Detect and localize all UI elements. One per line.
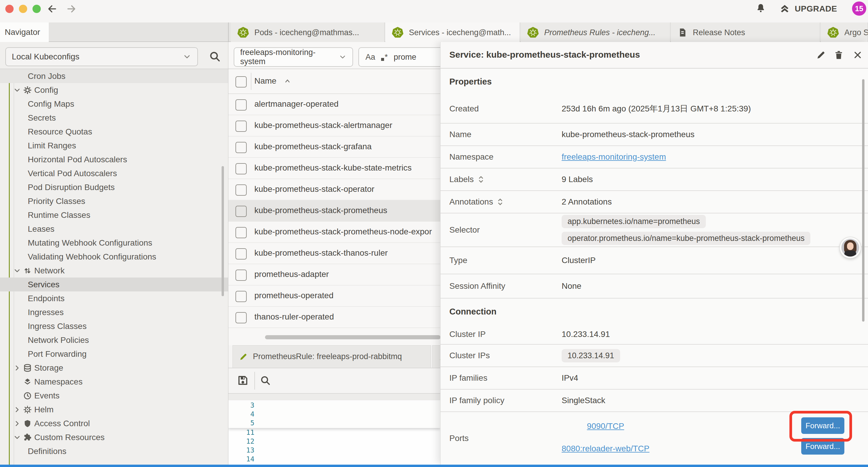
editor-tab-prometheusrule[interactable]: PrometheusRule: freeleaps-prod-rabbitmq [232,345,431,368]
row-checkbox[interactable] [236,291,247,302]
select-all-checkbox[interactable] [236,76,247,87]
upgrade-button[interactable]: UPGRADE [779,0,837,18]
service-row-alertmanager-operated[interactable]: alertmanager-operated [228,94,440,115]
sidebar-item-ingress-classes[interactable]: Ingress Classes [0,319,228,333]
service-row-kube-prometheus-stack-prometheus-node-expor[interactable]: kube-prometheus-stack-prometheus-node-ex… [228,222,440,243]
table-horizontal-scrollbar[interactable] [265,335,440,339]
sidebar-item-cron-jobs[interactable]: Cron Jobs [0,69,228,83]
sidebar-item-validating-webhook-configurations[interactable]: Validating Webhook Configurations [0,250,228,264]
sidebar-item-leases[interactable]: Leases [0,222,228,236]
detail-scrollbar[interactable] [862,79,864,322]
close-icon[interactable] [852,50,863,60]
sidebar-item-priority-classes[interactable]: Priority Classes [0,194,228,208]
match-case-toggle[interactable]: Aa [366,53,375,62]
forward-button-2[interactable]: Forward... [801,438,844,455]
regex-toggle[interactable]: * [381,53,388,62]
sidebar-item-secrets[interactable]: Secrets [0,111,228,125]
forward-button-1[interactable]: Forward... [801,417,844,434]
user-avatar[interactable] [840,237,861,258]
minimize-window-button[interactable] [19,5,27,13]
row-checkbox[interactable] [236,312,247,323]
sidebar-item-services[interactable]: Services [0,278,228,291]
port-link-9090-tcp[interactable]: 9090/TCP [587,421,624,431]
row-checkbox[interactable] [236,163,247,174]
row-checkbox[interactable] [236,99,247,111]
sidebar-scrollbar[interactable] [222,166,224,296]
service-row-prometheus-adapter[interactable]: prometheus-adapter [228,264,440,286]
sidebar-item-port-forwarding[interactable]: Port Forwarding [0,347,228,361]
save-icon[interactable] [237,374,249,387]
namespace-link[interactable]: freeleaps-monitoring-system [562,152,666,162]
sidebar-item-resource-quotas[interactable]: Resource Quotas [0,125,228,139]
notification-count-badge[interactable]: 15 [852,1,866,16]
chevron-right-icon[interactable] [13,364,21,372]
row-checkbox[interactable] [236,206,247,217]
port-link-8080-reloader-web-tcp[interactable]: 8080:reloader-web/TCP [562,444,649,454]
tab-argo-se[interactable]: Argo Se [821,23,868,42]
sort-updown-icon[interactable] [497,198,504,206]
service-row-prometheus-operated[interactable]: prometheus-operated [228,286,440,307]
editor-tab-next[interactable] [432,345,440,368]
maximize-window-button[interactable] [32,5,41,13]
sidebar-item-runtime-classes[interactable]: Runtime Classes [0,208,228,222]
service-row-kube-prometheus-stack-grafana[interactable]: kube-prometheus-stack-grafana [228,137,440,158]
sidebar-item-horizontal-pod-autoscalers[interactable]: Horizontal Pod Autoscalers [0,152,228,167]
tab-release-notes[interactable]: Release Notes [671,23,820,42]
delete-trash-icon[interactable] [833,50,844,60]
notifications-bell-icon[interactable] [755,3,766,14]
yaml-editor[interactable]: 110","for":"1m","labels":{"service":"12M… [228,400,440,465]
sidebar-item-pod-disruption-budgets[interactable]: Pod Disruption Budgets [0,180,228,194]
tab-navigator[interactable]: Navigator [0,23,49,42]
sidebar-item-access-control[interactable]: Access Control [0,416,228,430]
sidebar-item-events[interactable]: Events [0,389,228,403]
annotations-value[interactable]: 2 Annotations [562,191,612,213]
sidebar-item-mutating-webhook-configurations[interactable]: Mutating Webhook Configurations [0,236,228,250]
service-row-kube-prometheus-stack-alertmanager[interactable]: kube-prometheus-stack-alertmanager [228,115,440,137]
sidebar-item-custom-resources[interactable]: Custom Resources [0,430,228,444]
sidebar-item-ingresses[interactable]: Ingresses [0,305,228,319]
row-checkbox[interactable] [236,227,247,238]
sidebar-item-namespaces[interactable]: Namespaces [0,375,228,389]
sidebar-item-helm[interactable]: Helm [0,403,228,416]
sidebar-item-config-maps[interactable]: Config Maps [0,97,228,111]
chevron-down-icon[interactable] [13,267,21,275]
name-column-header[interactable]: Name [254,76,277,86]
close-window-button[interactable] [5,5,13,13]
chevron-right-icon[interactable] [13,406,21,414]
services-search-input[interactable]: Aa * prome [359,47,440,67]
tab-prometheus-rules-icecheng[interactable]: Prometheus Rules - icecheng... [521,23,670,42]
chevron-down-icon[interactable] [13,433,21,442]
sort-ascending-caret-icon[interactable] [283,77,291,85]
kubeconfig-select[interactable]: Local Kubeconfigs [5,47,198,66]
sidebar-item-vertical-pod-autoscalers[interactable]: Vertical Pod Autoscalers [0,167,228,180]
tab-services-icecheng-math[interactable]: Services - icecheng@math... [385,23,520,42]
row-checkbox[interactable] [236,142,247,153]
sidebar-item-network[interactable]: Network [0,264,228,278]
forward-arrow-icon[interactable] [66,3,77,14]
namespace-filter-select[interactable]: freeleaps-monitoring-system [234,47,353,67]
sidebar-item-endpoints[interactable]: Endpoints [0,291,228,305]
sidebar-item-network-policies[interactable]: Network Policies [0,333,228,347]
row-checkbox[interactable] [236,269,247,281]
row-checkbox[interactable] [236,121,247,132]
service-row-thanos-ruler-operated[interactable]: thanos-ruler-operated [228,307,440,328]
sidebar-item-limit-ranges[interactable]: Limit Ranges [0,139,228,152]
back-arrow-icon[interactable] [47,3,58,14]
chevron-down-icon[interactable] [13,86,21,94]
sidebar-search-icon[interactable] [209,50,221,63]
service-row-kube-prometheus-stack-operator[interactable]: kube-prometheus-stack-operator [228,179,440,200]
sidebar-item-definitions[interactable]: Definitions [0,444,228,458]
editor-search-icon[interactable] [260,375,271,386]
sidebar-item-storage[interactable]: Storage [0,361,228,375]
labels-value[interactable]: 9 Labels [562,169,593,191]
sort-updown-icon[interactable] [477,175,485,184]
sidebar-item-config[interactable]: Config [0,83,228,97]
service-row-kube-prometheus-stack-thanos-ruler[interactable]: kube-prometheus-stack-thanos-ruler [228,243,440,264]
service-row-kube-prometheus-stack-kube-state-metrics[interactable]: kube-prometheus-stack-kube-state-metrics [228,158,440,179]
row-checkbox[interactable] [236,184,247,196]
service-row-kube-prometheus-stack-prometheus[interactable]: kube-prometheus-stack-prometheus [228,200,440,222]
chevron-right-icon[interactable] [13,419,21,428]
row-checkbox[interactable] [236,248,247,260]
edit-pencil-icon[interactable] [816,50,826,60]
tab-pods-icecheng-mathmas[interactable]: Pods - icecheng@mathmas... [231,23,385,42]
